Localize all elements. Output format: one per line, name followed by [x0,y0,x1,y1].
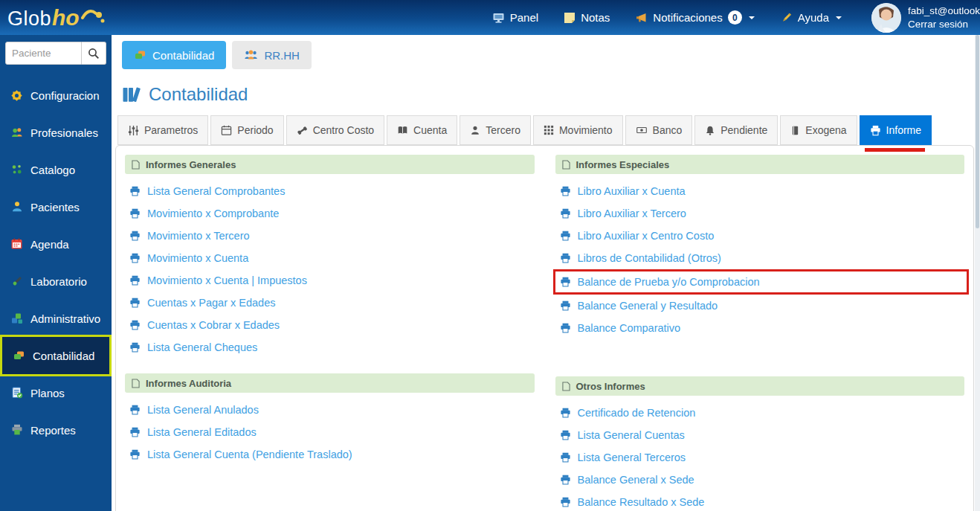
sidebar-item-planos[interactable]: Planos [0,374,112,411]
tab-parametros[interactable]: Parametros [117,115,208,145]
tab-pendiente[interactable]: Pendiente [694,115,778,145]
panel-title: Otros Informes [576,381,645,392]
report-link[interactable]: Balance Resultado x Sede [560,491,964,511]
report-link[interactable]: Balance General x Sede [560,469,964,491]
sidebar-item-agenda[interactable]: Agenda [0,225,112,263]
report-link[interactable]: Movimiento x Comprobante [129,202,533,225]
report-link[interactable]: Balance General y Resultado [560,295,964,317]
sidebar-item-administrativo[interactable]: Administrativo [0,300,112,337]
sidebar-item-laboratorio[interactable]: Laboratorio [0,263,112,300]
tab-banco[interactable]: Banco [625,115,693,145]
panel-title: Informes Generales [146,159,236,170]
report-link[interactable]: Libros de Contabilidad (Otros) [560,247,964,269]
panel-informes-especiales: Informes Especiales Libro Auxiliar x Cue… [555,155,965,339]
report-link[interactable]: Lista General Cuentas [560,424,964,446]
grid-icon [544,125,554,135]
printer-icon [129,320,141,330]
tab-periodo[interactable]: Periodo [210,115,283,145]
logo-text-accent: ho [52,5,80,30]
report-link[interactable]: Cuentas x Cobrar x Edades [129,314,533,336]
printer-icon [560,497,571,507]
report-link[interactable]: Lista General Cheques [129,336,533,359]
tab-exogena[interactable]: Exogena [780,115,857,145]
report-link[interactable]: Libro Auxiliar x Centro Costo [560,225,964,247]
search-button[interactable] [82,42,106,65]
sidebar-item-pacientes[interactable]: Pacientes [0,188,112,225]
search-input[interactable] [5,42,82,65]
main-content: Contabilidad RR.HH Contabilidad Parametr… [112,0,980,511]
report-link[interactable]: Lista General Anulados [129,399,533,421]
page-scrollbar[interactable] [975,35,980,511]
sidebar-item-label: Pacientes [30,201,80,213]
report-link-label: Movimiento x Cuenta [147,252,248,264]
document-icon [562,160,570,170]
report-link-label: Lista General Editados [147,426,257,438]
topbar: Globho Panel Notas Notificaciones 0 Ayud… [0,0,980,35]
tab-movimiento[interactable]: Movimiento [533,115,623,145]
report-link[interactable]: Libro Auxiliar x Cuenta [560,180,964,202]
report-link[interactable]: Balance Comparativo [560,317,964,339]
user-avatar[interactable] [871,3,901,33]
report-link[interactable]: Libro Auxiliar x Tercero [560,202,964,225]
module-tab-rrhh[interactable]: RR.HH [232,41,312,69]
report-link-label: Certificado de Retencion [578,407,696,419]
report-link[interactable]: Movimiento x Tercero [129,225,533,247]
report-link-label: Libro Auxiliar x Centro Costo [578,230,715,242]
sidebar-item-contabilidad[interactable]: Contabilidad [0,335,112,376]
report-link[interactable]: Balance de Prueba y/o Comprobacion [553,269,970,295]
report-link[interactable]: Certificado de Retencion [560,402,964,424]
report-link[interactable]: Lista General Editados [129,421,533,443]
tab-centro-costo[interactable]: Centro Costo [286,115,384,145]
app-logo[interactable]: Globho [0,5,156,30]
reports-column-left: Informes Generales Lista General Comprob… [125,155,535,511]
sidebar-item-reportes[interactable]: Reportes [0,411,112,449]
user-email: fabi_st@outlook [908,4,980,18]
money-icon [636,125,648,135]
logout-link[interactable]: Cerrar sesión [908,18,980,31]
scrollbar-thumb[interactable] [976,35,979,228]
printer-icon [129,298,141,308]
report-link[interactable]: Lista General Cuenta (Pendiente Traslado… [129,443,533,466]
gear-icon [10,89,24,102]
ayuda-nav-item[interactable]: Ayuda [780,11,842,24]
tab-informe[interactable]: Informe [860,115,932,145]
sidebar-item-catalogo[interactable]: Catalogo [0,151,112,188]
report-link-label: Movimiento x Tercero [147,230,250,242]
printer-icon [129,405,141,415]
document-icon [132,379,140,388]
report-link[interactable]: Cuentas x Pagar x Edades [129,292,533,314]
avatar-photo [871,3,901,33]
printer-icon [129,208,141,219]
tab-cuenta[interactable]: Cuenta [387,115,457,145]
sidebar-item-label: Reportes [30,424,76,437]
panel-nav-item[interactable]: Panel [492,11,538,24]
topbar-nav: Panel Notas Notificaciones 0 Ayuda [492,3,980,33]
report-link[interactable]: Lista General Comprobantes [129,180,533,202]
sidebar-item-label: Laboratorio [30,275,87,288]
report-link-label: Balance General x Sede [578,474,694,486]
phone-icon [297,125,308,136]
report-link-label: Libro Auxiliar x Cuenta [578,185,686,197]
notificaciones-nav-item[interactable]: Notificaciones 0 [635,10,754,25]
report-link-label: Lista General Cuentas [578,429,685,441]
section-tabs: Parametros Periodo Centro Costo Cuenta T… [112,115,980,145]
panel-list: Libro Auxiliar x Cuenta Libro Auxiliar x… [555,174,965,339]
tab-tercero[interactable]: Tercero [460,115,531,145]
patient-icon [10,201,24,213]
monitor-icon [492,12,505,24]
notas-nav-item[interactable]: Notas [564,11,610,24]
report-link[interactable]: Lista General Terceros [560,446,964,469]
panel-header: Informes Auditoria [125,373,535,393]
printer-icon [129,342,141,353]
report-link-label: Cuentas x Pagar x Edades [147,297,276,309]
sidebar-item-label: Configuracion [30,89,100,102]
sidebar-item-configuracion[interactable]: Configuracion [0,77,112,114]
module-tabs: Contabilidad RR.HH [112,35,980,69]
report-link[interactable]: Movimiento x Cuenta [129,247,533,269]
tab-label: Pendiente [721,124,767,136]
sidebar-item-profesionales[interactable]: Profesionales [0,114,112,151]
report-link-label: Lista General Cuenta (Pendiente Traslado… [147,449,352,460]
logo-flourish-icon [81,6,106,25]
module-tab-contabilidad[interactable]: Contabilidad [122,41,226,69]
report-link[interactable]: Movimiento x Cuenta | Impuestos [129,269,533,292]
